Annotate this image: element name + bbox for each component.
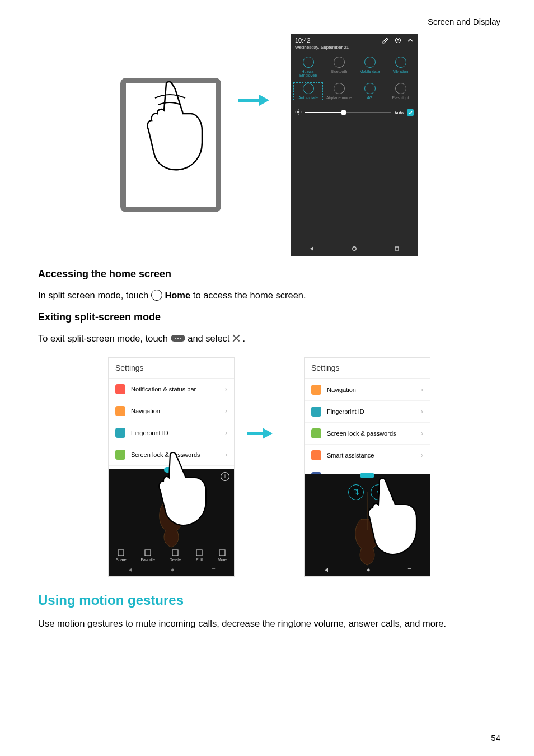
toolbar-trash-icon[interactable]: Delete [170, 549, 181, 562]
chevron-right-icon: › [225, 385, 227, 393]
hand-swipe-illustration [142, 80, 209, 175]
qs-label: Mobile data [354, 69, 385, 73]
4g-icon [364, 83, 376, 94]
svg-point-1 [397, 39, 399, 41]
back-icon[interactable] [309, 246, 315, 251]
settings-screenshot-left: Settings Notification & status bar › Nav… [108, 357, 235, 577]
bell-icon [115, 384, 125, 394]
qs-wifi-icon[interactable]: Huawa-Emplovee [293, 55, 324, 78]
settings-row[interactable]: Navigation › [109, 400, 234, 422]
airplane-icon [334, 83, 345, 94]
quick-settings-grid: Huawa-EmploveeBluetoothMobile dataVibrat… [291, 52, 418, 104]
qs-mobile-data-icon[interactable]: Mobile data [354, 55, 385, 78]
fingerprint-icon [115, 428, 125, 438]
info-icon[interactable]: i [221, 472, 229, 481]
toolbar-edit-icon[interactable]: Edit [195, 549, 203, 562]
split-handle-icon [171, 335, 185, 342]
qs-flashlight-icon[interactable]: Flashlight [385, 82, 416, 101]
page-header-chapter: Screen and Display [38, 17, 500, 26]
toolbar-share-icon[interactable]: Share [116, 549, 127, 562]
qs-auto-rotate-icon[interactable]: Auto-rotate [293, 82, 324, 101]
edit-icon[interactable] [382, 37, 389, 44]
hand-icon [311, 450, 321, 460]
home-icon[interactable]: ● [367, 566, 371, 573]
settings-row-label: Fingerprint ID [131, 430, 168, 436]
recent-icon[interactable]: ≡ [212, 566, 215, 573]
notification-panel-screenshot: 10:42 Wednesday, September 21 Huawa-Empl… [291, 34, 418, 256]
trash-icon [171, 549, 179, 557]
android-navbar: ◄ ● ≡ [305, 563, 430, 576]
qs-airplane-icon[interactable]: Airplane mode [324, 82, 354, 101]
chevron-right-icon: › [225, 451, 227, 459]
settings-row-label: Smart assistance [327, 452, 374, 459]
split-handle-icon[interactable] [164, 467, 179, 473]
bluetooth-icon [334, 57, 345, 68]
status-time: 10:42 [295, 37, 311, 44]
settings-row[interactable]: Fingerprint ID › [305, 401, 430, 423]
nav-icon [311, 385, 321, 395]
settings-row[interactable]: Smart assistance › [305, 445, 430, 466]
recent-icon[interactable]: ≡ [407, 566, 411, 573]
settings-row-label: Navigation [131, 408, 160, 414]
brightness-low-icon [295, 109, 302, 116]
chevron-up-icon[interactable] [407, 37, 414, 44]
home-icon[interactable]: ● [171, 566, 175, 573]
qs-label: Airplane mode [324, 96, 354, 100]
home-circle-icon [151, 290, 162, 301]
chevron-right-icon: › [225, 429, 227, 437]
recent-icon[interactable] [394, 246, 400, 251]
settings-row[interactable]: Notification & status bar › [109, 379, 234, 400]
chevron-right-icon: › [421, 386, 423, 394]
brightness-slider[interactable]: Auto [291, 104, 418, 121]
arrow-right-icon [238, 95, 271, 106]
qs-4g-icon[interactable]: 4G [354, 82, 385, 101]
toolbar-heart-icon[interactable]: Favorite [141, 549, 155, 562]
svg-rect-9 [118, 550, 124, 556]
android-navbar: ◄ ● ≡ [109, 563, 234, 576]
photo-content [342, 491, 392, 570]
qs-label: Flashlight [385, 96, 416, 100]
swap-panes-button[interactable]: ⇅ [348, 484, 364, 500]
more-icon [218, 549, 226, 557]
edit-icon [195, 549, 203, 557]
text-fragment: To exit split-screen mode, touch [38, 333, 171, 343]
text-fragment: to access the home screen. [193, 290, 306, 300]
paragraph-exit-split: To exit split-screen mode, touch and sel… [38, 331, 500, 346]
qs-bluetooth-icon[interactable]: Bluetooth [324, 55, 354, 78]
back-icon[interactable]: ◄ [127, 566, 133, 573]
split-handle-icon[interactable] [360, 473, 374, 478]
toolbar-label: Delete [170, 558, 181, 562]
qs-label: Auto-rotate [294, 96, 322, 100]
mobile-data-icon [364, 57, 376, 68]
arrow-right-icon [247, 428, 273, 439]
home-icon[interactable] [352, 246, 357, 251]
chevron-right-icon: › [225, 407, 227, 415]
gear-icon[interactable] [395, 37, 401, 44]
nav-icon [115, 406, 125, 416]
qs-vibration-icon[interactable]: Vibration [385, 55, 416, 78]
settings-row-label: Notification & status bar [131, 386, 196, 393]
back-icon[interactable]: ◄ [323, 566, 329, 573]
paragraph-access-home: In split screen mode, touch Home to acce… [38, 288, 500, 302]
svg-point-0 [396, 38, 401, 43]
settings-row[interactable]: Screen lock & passwords › [109, 444, 234, 466]
toolbar-label: Edit [195, 558, 203, 562]
settings-row-label: Fingerprint ID [327, 408, 364, 415]
settings-row[interactable]: Screen lock & passwords › [305, 423, 430, 445]
status-date: Wednesday, September 21 [291, 45, 418, 52]
lock-icon [115, 450, 125, 460]
share-icon [117, 549, 125, 557]
text-fragment: and select [188, 333, 232, 343]
tablet-outline [120, 78, 221, 212]
qs-label: Bluetooth [324, 69, 354, 73]
svg-rect-12 [196, 550, 202, 556]
toolbar-more-icon[interactable]: More [218, 549, 227, 562]
heading-motion-gestures: Using motion gestures [38, 592, 500, 608]
auto-brightness-checkbox[interactable] [407, 109, 414, 116]
text-fragment: In split screen mode, touch [38, 290, 151, 300]
close-split-button[interactable]: × [371, 484, 386, 500]
settings-row[interactable]: Fingerprint ID › [109, 422, 234, 444]
figure-swipe-notification: 10:42 Wednesday, September 21 Huawa-Empl… [38, 32, 500, 258]
settings-row[interactable]: Navigation › [305, 379, 430, 401]
close-x-icon [232, 334, 240, 342]
